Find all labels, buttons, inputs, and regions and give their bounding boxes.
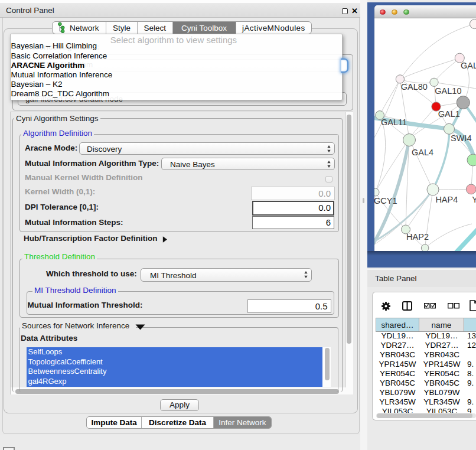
svg-text:GAL1: GAL1 (438, 109, 460, 119)
svg-text:GAL11: GAL11 (381, 118, 407, 127)
svg-text:GAL80: GAL80 (401, 82, 428, 92)
svg-text:GAL7: GAL7 (461, 61, 476, 70)
svg-text:HAP4: HAP4 (435, 195, 458, 204)
svg-text:SWI4: SWI4 (451, 133, 471, 143)
svg-text:HAP2: HAP2 (406, 232, 429, 242)
svg-text:GAL10: GAL10 (435, 86, 461, 96)
svg-text:GCY1: GCY1 (374, 196, 397, 206)
svg-text:GAL4: GAL4 (412, 148, 433, 157)
svg-text:Y: Y (472, 195, 476, 204)
